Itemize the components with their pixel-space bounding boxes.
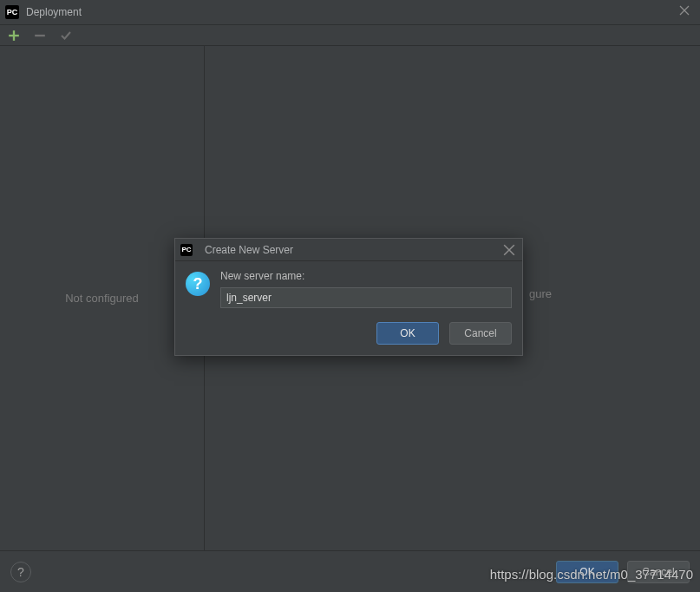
dialog-footer: OK Cancel [175,315,522,355]
create-server-dialog: PC Create New Server ? New server name: … [174,238,523,356]
dialog-titlebar: PC Create New Server [175,239,522,261]
dialog-body: ? New server name: [175,261,522,315]
server-name-label: New server name: [220,270,512,282]
sidebar-placeholder: Not configured [65,292,139,305]
server-name-input[interactable] [220,287,512,308]
dialog-cancel-button[interactable]: Cancel [449,322,512,345]
bottom-bar: ? OK Cancel [0,550,700,592]
app-icon: PC [180,244,193,256]
ok-button[interactable]: OK [556,561,618,583]
question-icon: ? [186,272,210,296]
cancel-button[interactable]: Cancel [627,561,690,583]
dialog-ok-button[interactable]: OK [376,322,439,345]
window-title: Deployment [26,6,82,18]
help-button[interactable]: ? [10,562,31,582]
app-icon: PC [5,5,19,19]
apply-button[interactable] [59,29,73,43]
add-button[interactable] [7,29,21,43]
main-placeholder: gure [529,287,552,300]
titlebar: PC Deployment [0,0,700,25]
toolbar [0,25,700,46]
dialog-form: New server name: [220,270,512,308]
close-icon[interactable] [679,5,693,19]
remove-button[interactable] [33,29,47,43]
dialog-title: Create New Server [205,244,293,256]
close-icon[interactable] [503,244,515,256]
